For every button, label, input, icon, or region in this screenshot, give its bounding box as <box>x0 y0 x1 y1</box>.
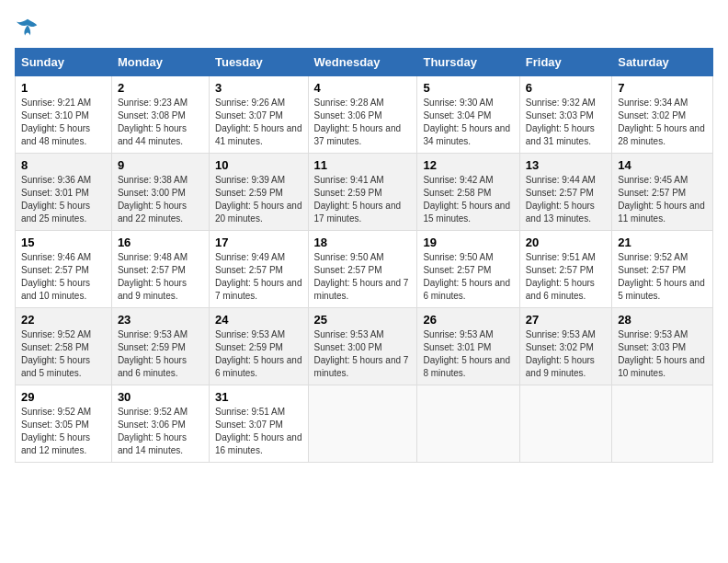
calendar-week-row: 1Sunrise: 9:21 AMSunset: 3:10 PMDaylight… <box>16 76 713 154</box>
day-number: 1 <box>21 81 106 95</box>
header-tuesday: Tuesday <box>209 49 308 76</box>
calendar-cell: 23Sunrise: 9:53 AMSunset: 2:59 PMDayligh… <box>111 308 209 385</box>
header-saturday: Saturday <box>612 49 713 76</box>
day-info: Sunrise: 9:36 AMSunset: 3:01 PMDaylight:… <box>21 174 106 225</box>
day-number: 20 <box>526 236 606 249</box>
day-number: 28 <box>618 313 707 327</box>
calendar-header-row: SundayMondayTuesdayWednesdayThursdayFrid… <box>16 49 713 76</box>
calendar-cell: 11Sunrise: 9:41 AMSunset: 2:59 PMDayligh… <box>308 154 417 231</box>
day-info: Sunrise: 9:52 AMSunset: 3:05 PMDaylight:… <box>21 406 106 457</box>
day-number: 29 <box>21 390 106 404</box>
day-number: 2 <box>118 81 203 95</box>
calendar-cell: 25Sunrise: 9:53 AMSunset: 3:00 PMDayligh… <box>308 308 417 385</box>
calendar-week-row: 15Sunrise: 9:46 AMSunset: 2:57 PMDayligh… <box>16 231 713 308</box>
header-wednesday: Wednesday <box>308 49 417 76</box>
calendar-cell: 15Sunrise: 9:46 AMSunset: 2:57 PMDayligh… <box>16 231 112 308</box>
day-info: Sunrise: 9:53 AMSunset: 2:59 PMDaylight:… <box>215 328 302 380</box>
calendar-cell: 14Sunrise: 9:45 AMSunset: 2:57 PMDayligh… <box>612 154 713 231</box>
day-info: Sunrise: 9:46 AMSunset: 2:57 PMDaylight:… <box>21 251 106 303</box>
day-info: Sunrise: 9:48 AMSunset: 2:57 PMDaylight:… <box>118 251 203 303</box>
calendar-cell: 30Sunrise: 9:52 AMSunset: 3:06 PMDayligh… <box>111 385 209 463</box>
day-info: Sunrise: 9:50 AMSunset: 2:57 PMDaylight:… <box>314 251 412 303</box>
day-info: Sunrise: 9:23 AMSunset: 3:08 PMDaylight:… <box>118 97 203 148</box>
day-info: Sunrise: 9:44 AMSunset: 2:57 PMDaylight:… <box>526 174 606 225</box>
calendar-cell <box>417 385 519 463</box>
day-info: Sunrise: 9:49 AMSunset: 2:57 PMDaylight:… <box>215 251 302 303</box>
calendar-cell <box>612 385 713 463</box>
calendar-week-row: 29Sunrise: 9:52 AMSunset: 3:05 PMDayligh… <box>16 385 713 463</box>
calendar-cell: 24Sunrise: 9:53 AMSunset: 2:59 PMDayligh… <box>209 308 308 385</box>
day-info: Sunrise: 9:52 AMSunset: 2:58 PMDaylight:… <box>21 328 106 380</box>
calendar-cell: 16Sunrise: 9:48 AMSunset: 2:57 PMDayligh… <box>111 231 209 308</box>
day-number: 6 <box>526 81 606 95</box>
day-number: 21 <box>618 236 707 249</box>
day-number: 17 <box>215 236 302 249</box>
calendar-cell <box>519 385 611 463</box>
day-info: Sunrise: 9:53 AMSunset: 3:00 PMDaylight:… <box>314 328 412 380</box>
day-info: Sunrise: 9:53 AMSunset: 3:01 PMDaylight:… <box>423 328 513 380</box>
calendar-cell: 6Sunrise: 9:32 AMSunset: 3:03 PMDaylight… <box>519 76 611 154</box>
calendar-week-row: 8Sunrise: 9:36 AMSunset: 3:01 PMDaylight… <box>16 154 713 231</box>
day-number: 16 <box>118 236 203 249</box>
calendar-cell: 10Sunrise: 9:39 AMSunset: 2:59 PMDayligh… <box>209 154 308 231</box>
day-number: 10 <box>215 158 302 172</box>
day-number: 18 <box>314 236 412 249</box>
calendar-cell: 20Sunrise: 9:51 AMSunset: 2:57 PMDayligh… <box>519 231 611 308</box>
day-number: 7 <box>618 81 707 95</box>
calendar-cell: 12Sunrise: 9:42 AMSunset: 2:58 PMDayligh… <box>417 154 519 231</box>
calendar-cell: 13Sunrise: 9:44 AMSunset: 2:57 PMDayligh… <box>519 154 611 231</box>
day-info: Sunrise: 9:39 AMSunset: 2:59 PMDaylight:… <box>215 174 302 225</box>
day-info: Sunrise: 9:52 AMSunset: 3:06 PMDaylight:… <box>118 406 203 457</box>
day-number: 12 <box>423 158 513 172</box>
day-number: 8 <box>21 158 106 172</box>
day-number: 25 <box>314 313 412 327</box>
day-number: 5 <box>423 81 513 95</box>
header-friday: Friday <box>519 49 611 76</box>
day-number: 30 <box>118 390 203 404</box>
day-number: 23 <box>118 313 203 327</box>
day-number: 27 <box>526 313 606 327</box>
calendar-cell: 8Sunrise: 9:36 AMSunset: 3:01 PMDaylight… <box>16 154 112 231</box>
day-info: Sunrise: 9:28 AMSunset: 3:06 PMDaylight:… <box>314 97 412 148</box>
calendar-cell: 3Sunrise: 9:26 AMSunset: 3:07 PMDaylight… <box>209 76 308 154</box>
day-info: Sunrise: 9:52 AMSunset: 2:57 PMDaylight:… <box>618 251 707 303</box>
calendar-cell: 4Sunrise: 9:28 AMSunset: 3:06 PMDaylight… <box>308 76 417 154</box>
header-thursday: Thursday <box>417 49 519 76</box>
day-info: Sunrise: 9:51 AMSunset: 2:57 PMDaylight:… <box>526 251 606 303</box>
logo-icon <box>15 15 40 40</box>
calendar-cell: 22Sunrise: 9:52 AMSunset: 2:58 PMDayligh… <box>16 308 112 385</box>
day-number: 19 <box>423 236 513 249</box>
day-info: Sunrise: 9:53 AMSunset: 3:03 PMDaylight:… <box>618 328 707 380</box>
calendar-cell: 2Sunrise: 9:23 AMSunset: 3:08 PMDaylight… <box>111 76 209 154</box>
day-info: Sunrise: 9:51 AMSunset: 3:07 PMDaylight:… <box>215 406 302 457</box>
day-info: Sunrise: 9:45 AMSunset: 2:57 PMDaylight:… <box>618 174 707 225</box>
calendar-table: SundayMondayTuesdayWednesdayThursdayFrid… <box>15 48 713 463</box>
day-number: 4 <box>314 81 412 95</box>
day-number: 22 <box>21 313 106 327</box>
calendar-cell: 9Sunrise: 9:38 AMSunset: 3:00 PMDaylight… <box>111 154 209 231</box>
calendar-week-row: 22Sunrise: 9:52 AMSunset: 2:58 PMDayligh… <box>16 308 713 385</box>
day-number: 14 <box>618 158 707 172</box>
calendar-cell <box>308 385 417 463</box>
calendar-cell: 1Sunrise: 9:21 AMSunset: 3:10 PMDaylight… <box>16 76 112 154</box>
logo <box>15 15 44 40</box>
day-number: 11 <box>314 158 412 172</box>
calendar-cell: 21Sunrise: 9:52 AMSunset: 2:57 PMDayligh… <box>612 231 713 308</box>
calendar-cell: 28Sunrise: 9:53 AMSunset: 3:03 PMDayligh… <box>612 308 713 385</box>
day-info: Sunrise: 9:50 AMSunset: 2:57 PMDaylight:… <box>423 251 513 303</box>
day-number: 24 <box>215 313 302 327</box>
day-number: 3 <box>215 81 302 95</box>
day-number: 9 <box>118 158 203 172</box>
calendar-cell: 29Sunrise: 9:52 AMSunset: 3:05 PMDayligh… <box>16 385 112 463</box>
calendar-cell: 5Sunrise: 9:30 AMSunset: 3:04 PMDaylight… <box>417 76 519 154</box>
day-info: Sunrise: 9:32 AMSunset: 3:03 PMDaylight:… <box>526 97 606 148</box>
calendar-cell: 26Sunrise: 9:53 AMSunset: 3:01 PMDayligh… <box>417 308 519 385</box>
header-sunday: Sunday <box>16 49 112 76</box>
day-info: Sunrise: 9:53 AMSunset: 3:02 PMDaylight:… <box>526 328 606 380</box>
day-number: 26 <box>423 313 513 327</box>
day-info: Sunrise: 9:34 AMSunset: 3:02 PMDaylight:… <box>618 97 707 148</box>
day-info: Sunrise: 9:38 AMSunset: 3:00 PMDaylight:… <box>118 174 203 225</box>
calendar-cell: 31Sunrise: 9:51 AMSunset: 3:07 PMDayligh… <box>209 385 308 463</box>
calendar-cell: 27Sunrise: 9:53 AMSunset: 3:02 PMDayligh… <box>519 308 611 385</box>
day-number: 31 <box>215 390 302 404</box>
